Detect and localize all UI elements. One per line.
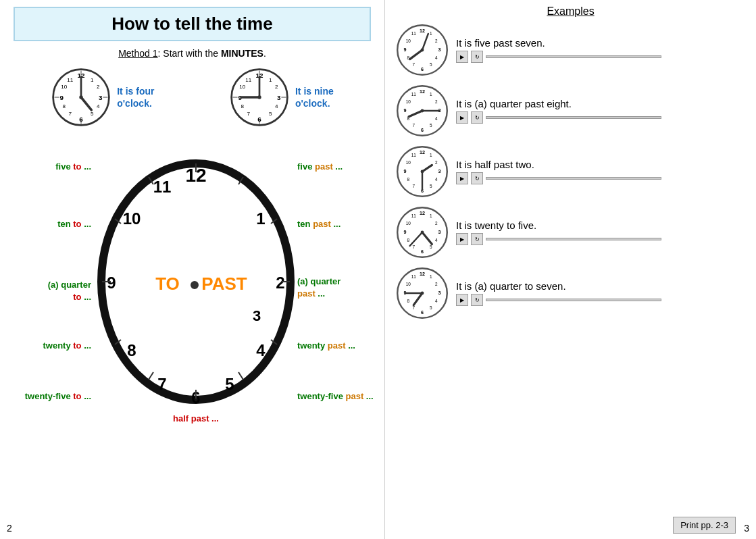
twenty-past-label: twenty past ... [297, 339, 378, 351]
svg-point-68 [191, 282, 198, 288]
svg-text:PAST: PAST [201, 274, 247, 294]
example-text-5: It is (a) quarter to seven. [456, 280, 746, 292]
svg-text:8: 8 [241, 103, 245, 109]
example-row-3: 12 3 6 9 1 2 4 5 7 8 10 11 It is half pa… [395, 145, 746, 199]
example-row-5: 12 3 6 9 1 2 4 5 7 8 10 11 It is (a) qua… [395, 266, 746, 320]
example-text-block-2: It is (a) quarter past eight. ▶ ↻ [456, 98, 746, 124]
svg-text:1: 1 [430, 153, 432, 157]
svg-text:TO: TO [155, 274, 180, 294]
svg-text:10: 10 [406, 282, 411, 286]
play-btn-2[interactable]: ▶ [456, 111, 468, 124]
svg-text:8: 8 [127, 341, 136, 359]
svg-text:10: 10 [239, 84, 245, 90]
play-btn-3[interactable]: ▶ [456, 172, 468, 184]
audio-control-2: ▶ ↻ [456, 111, 746, 124]
svg-text:11: 11 [411, 31, 417, 36]
audio-slider-4[interactable] [486, 238, 661, 240]
example-text-block-4: It is twenty to five. ▶ ↻ [456, 220, 746, 245]
method-line: Method 1: Start with the MINUTES. [14, 48, 371, 59]
svg-text:5: 5 [430, 123, 432, 128]
svg-text:4: 4 [256, 341, 266, 359]
page-title: How to tell the time [23, 14, 361, 34]
svg-text:6: 6 [421, 66, 424, 72]
play-btn-1[interactable]: ▶ [456, 51, 468, 63]
replay-btn-3[interactable]: ↻ [471, 172, 483, 184]
twenty-five-to-label: twenty-five to ... [14, 390, 91, 402]
svg-text:8: 8 [407, 299, 409, 303]
svg-text:11: 11 [411, 274, 417, 279]
play-btn-5[interactable]: ▶ [456, 294, 468, 306]
svg-text:4: 4 [97, 103, 100, 109]
svg-text:10: 10 [406, 38, 411, 43]
clock-four-svg: 12 3 6 9 1 2 4 5 7 8 10 11 [51, 67, 111, 128]
svg-text:9: 9 [403, 47, 406, 53]
svg-point-84 [421, 49, 424, 52]
svg-text:4: 4 [435, 238, 438, 242]
print-button[interactable]: Print pp. 2-3 [673, 517, 736, 534]
svg-text:12: 12 [420, 271, 425, 277]
svg-text:2: 2 [435, 160, 438, 165]
clock-item-four: 12 3 6 9 1 2 4 5 7 8 10 11 It is fou [51, 67, 154, 128]
example-clock-2: 12 3 6 9 1 2 4 5 7 8 10 11 [395, 84, 449, 138]
svg-text:11: 11 [411, 153, 417, 157]
svg-text:7: 7 [412, 123, 415, 128]
quarter-to-label: (a) quarter to ... [14, 278, 91, 303]
example-text-block-3: It is half past two. ▶ ↻ [456, 159, 746, 184]
method-link[interactable]: Method 1 [118, 48, 157, 59]
svg-text:5: 5 [91, 111, 94, 117]
svg-text:9: 9 [403, 229, 406, 235]
svg-text:2: 2 [275, 84, 278, 90]
replay-btn-1[interactable]: ↻ [471, 51, 483, 63]
title-box: How to tell the time [14, 7, 371, 41]
svg-text:6: 6 [421, 309, 424, 315]
svg-text:3: 3 [438, 290, 441, 296]
audio-slider-5[interactable] [486, 299, 661, 301]
svg-text:4: 4 [435, 299, 438, 303]
example-text-2: It is (a) quarter past eight. [456, 98, 746, 109]
svg-text:10: 10 [61, 84, 68, 90]
svg-point-148 [421, 292, 424, 295]
play-btn-4[interactable]: ▶ [456, 233, 468, 245]
svg-text:7: 7 [157, 375, 166, 393]
svg-text:7: 7 [247, 111, 251, 117]
svg-text:2: 2 [276, 274, 284, 292]
audio-slider-1[interactable] [486, 55, 661, 58]
svg-text:2: 2 [435, 38, 438, 43]
replay-btn-4[interactable]: ↻ [471, 233, 483, 245]
five-past-label: five past ... [297, 160, 378, 172]
clock-four-label: It is four o'clock. [117, 85, 154, 109]
replay-btn-2[interactable]: ↻ [471, 111, 483, 124]
svg-text:9: 9 [403, 107, 406, 113]
svg-text:10: 10 [406, 99, 411, 104]
clock-nine-label: It is nine o'clock. [295, 85, 334, 109]
svg-text:7: 7 [412, 62, 415, 67]
example-text-block-5: It is (a) quarter to seven. ▶ ↻ [456, 280, 746, 306]
example-text-1: It is five past seven. [456, 37, 746, 49]
svg-text:10: 10 [406, 221, 411, 226]
audio-slider-2[interactable] [486, 116, 661, 119]
svg-text:6: 6 [421, 127, 424, 133]
page-number-left: 2 [7, 523, 12, 534]
five-to-label: five to ... [14, 160, 91, 172]
examples-header: Examples [395, 5, 746, 18]
svg-text:11: 11 [68, 77, 74, 83]
clock-nine-svg: 12 3 6 9 1 2 4 5 7 8 10 11 [229, 67, 290, 128]
audio-control-4: ▶ ↻ [456, 233, 746, 245]
svg-point-116 [421, 170, 424, 174]
twenty-to-label: twenty to ... [14, 339, 91, 351]
small-clocks-row: 12 3 6 9 1 2 4 5 7 8 10 11 It is fou [14, 67, 371, 128]
clock-item-nine: 12 3 6 9 1 2 4 5 7 8 10 11 It is nine [229, 67, 334, 128]
svg-text:11: 11 [411, 92, 417, 97]
svg-text:8: 8 [407, 238, 409, 242]
audio-slider-3[interactable] [486, 177, 661, 180]
page-number-right: 3 [744, 523, 749, 534]
svg-text:8: 8 [63, 103, 66, 109]
svg-text:1: 1 [269, 77, 272, 83]
example-row-4: 12 3 6 9 1 2 4 5 7 8 10 11 It is twenty … [395, 205, 746, 259]
svg-text:2: 2 [435, 282, 438, 286]
example-text-4: It is twenty to five. [456, 220, 746, 231]
example-clock-1: 12 3 6 9 1 2 4 5 7 8 10 11 [395, 23, 449, 77]
replay-btn-5[interactable]: ↻ [471, 294, 483, 306]
example-row-2: 12 3 6 9 1 2 4 5 7 8 10 11 It is (a) qua… [395, 84, 746, 138]
svg-text:6: 6 [257, 116, 261, 123]
